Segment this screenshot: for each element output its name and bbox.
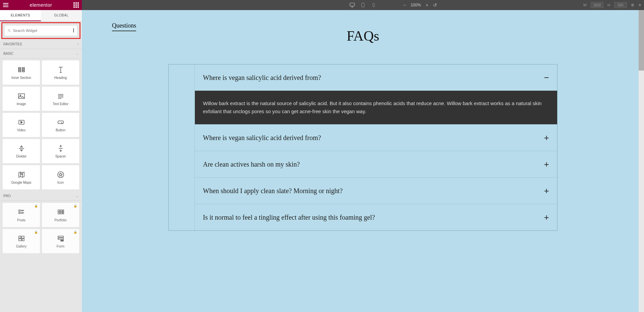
collapse-icon[interactable]: − (544, 73, 549, 82)
width-label: W (583, 3, 587, 7)
mobile-icon[interactable] (371, 2, 377, 8)
faq-header[interactable]: Are clean actives harsh on my skin? + (195, 151, 557, 177)
svg-rect-16 (19, 210, 20, 211)
settings-icon[interactable]: ⚙ (631, 3, 634, 7)
search-input[interactable] (13, 29, 73, 33)
svg-rect-22 (58, 210, 60, 212)
lock-icon: 🔒 (34, 204, 38, 208)
svg-rect-25 (58, 212, 60, 214)
widget-label: Google Maps (11, 181, 31, 184)
widget-label: Text Editor (53, 102, 68, 106)
svg-rect-32 (58, 236, 63, 237)
brand-logo: elementor (9, 2, 73, 8)
widget-heading[interactable]: Heading (42, 60, 79, 85)
columns-icon (17, 66, 25, 74)
section-pro[interactable]: PRO ⌄ (0, 191, 82, 201)
faq-header[interactable]: When should I apply clean slate? Morning… (195, 178, 557, 204)
tab-global[interactable]: GLOBAL (41, 10, 82, 21)
scrollbar-thumb[interactable] (639, 10, 644, 71)
section-basic-label: BASIC (3, 52, 13, 55)
device-switcher (349, 2, 377, 8)
close-icon[interactable]: ✕ (638, 3, 641, 7)
widget-divider[interactable]: Divider (3, 139, 40, 163)
expand-icon[interactable]: + (544, 186, 549, 195)
faq-left-column (169, 64, 195, 230)
svg-rect-19 (19, 212, 20, 214)
svg-rect-3 (22, 68, 24, 69)
lock-icon: 🔒 (34, 230, 38, 234)
form-icon (57, 234, 65, 242)
search-box[interactable]: I (4, 25, 77, 36)
zoom-level: 100% (411, 3, 421, 7)
svg-rect-33 (58, 238, 63, 239)
chevron-right-icon: › (77, 42, 78, 46)
widget-spacer[interactable]: Spacer (42, 139, 79, 163)
menu-icon[interactable] (3, 2, 9, 8)
widget-button[interactable]: Button (42, 113, 79, 137)
widget-image[interactable]: Image (3, 87, 40, 111)
expand-icon[interactable]: + (544, 213, 549, 222)
widget-text-editor[interactable]: Text Editor (42, 87, 79, 111)
faq-container[interactable]: Where is vegan salicylic acid derived fr… (168, 64, 557, 231)
widget-label: Button (56, 128, 65, 132)
widget-label: Icon (57, 181, 64, 184)
widget-label: Divider (16, 154, 26, 158)
widget-form[interactable]: 🔒 Form (42, 229, 79, 253)
panel-tabs: ELEMENTS GLOBAL (0, 10, 82, 21)
expand-icon[interactable]: + (544, 160, 549, 169)
svg-rect-24 (63, 210, 64, 212)
map-icon (17, 171, 25, 179)
expand-icon[interactable]: + (544, 133, 549, 142)
faq-item: Where is vegan salicylic acid derived fr… (195, 64, 557, 125)
widget-posts[interactable]: 🔒 Posts (3, 203, 40, 227)
widget-label: Gallery (16, 244, 27, 248)
topbar: − 100% + ↺ W H ⚙ ✕ (82, 0, 644, 10)
zoom-out-button[interactable]: − (403, 2, 406, 8)
apps-grid-icon[interactable] (73, 2, 79, 8)
svg-rect-0 (18, 68, 21, 69)
faq-header[interactable]: Where is vegan salicylic acid derived fr… (195, 125, 557, 151)
widget-video[interactable]: Video (3, 113, 40, 137)
zoom-reset-icon[interactable]: ↺ (433, 2, 437, 8)
zoom-controls: − 100% + ↺ (403, 2, 437, 8)
video-icon (17, 118, 25, 126)
svg-rect-30 (19, 239, 21, 241)
faq-header[interactable]: Where is vegan salicylic acid derived fr… (195, 64, 557, 91)
tablet-icon[interactable] (360, 2, 366, 8)
chevron-down-icon: ⌄ (76, 194, 78, 198)
faq-header[interactable]: Is it normal to feel a tingling effect a… (195, 204, 557, 230)
text-cursor-icon: I (73, 28, 74, 34)
spacer-icon (57, 144, 65, 152)
widget-inner-section[interactable]: Inner Section (3, 60, 40, 85)
widget-label: Spacer (55, 154, 66, 158)
star-icon (57, 171, 65, 179)
zoom-in-button[interactable]: + (426, 2, 428, 8)
svg-rect-31 (22, 239, 24, 241)
scrollbar-track[interactable] (639, 10, 644, 312)
tab-elements[interactable]: ELEMENTS (0, 10, 41, 21)
lock-icon: 🔒 (73, 230, 77, 234)
widget-google-maps[interactable]: Google Maps (3, 165, 40, 189)
widget-gallery[interactable]: 🔒 Gallery (3, 229, 40, 253)
svg-rect-1 (18, 69, 21, 70)
section-favorites-label: FAVORITES (3, 42, 22, 46)
width-input[interactable] (591, 2, 603, 8)
desktop-icon[interactable] (349, 2, 355, 8)
chevron-down-icon: ⌄ (76, 52, 78, 55)
svg-rect-34 (61, 240, 63, 241)
section-basic[interactable]: BASIC ⌄ (0, 49, 82, 58)
widget-label: Form (57, 244, 64, 248)
faq-item: Where is vegan salicylic acid derived fr… (195, 125, 557, 151)
questions-label: Questions (112, 22, 136, 31)
lock-icon: 🔒 (73, 204, 77, 208)
svg-rect-28 (19, 236, 21, 238)
faq-answer: Willow bark extract is the natural sourc… (195, 91, 557, 124)
widget-portfolio[interactable]: 🔒 Portfolio (42, 203, 79, 227)
editor-canvas[interactable]: Questions FAQs Where is vegan salicylic … (82, 10, 644, 312)
height-input[interactable] (614, 2, 627, 8)
widget-icon[interactable]: Icon (42, 165, 79, 189)
section-favorites[interactable]: FAVORITES › (0, 40, 82, 49)
section-pro-label: PRO (3, 194, 11, 198)
svg-rect-27 (63, 212, 64, 214)
svg-rect-2 (18, 71, 21, 72)
